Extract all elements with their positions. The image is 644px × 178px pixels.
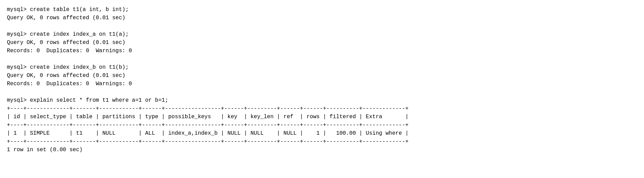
- terminal-output: mysql> create table t1(a int, b int); Qu…: [7, 5, 637, 154]
